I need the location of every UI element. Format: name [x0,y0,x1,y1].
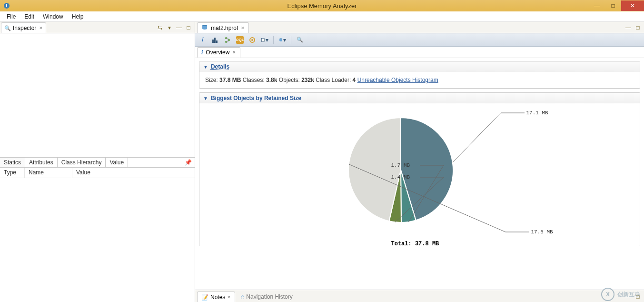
twistie-icon: ▼ [203,96,208,101]
biggest-section: ▼ Biggest Objects by Retained Size 17.1 … [199,92,640,246]
editor-tab-label: mat2.hprof [211,25,238,31]
menu-edit[interactable]: Edit [20,12,38,21]
notes-tab[interactable]: 📝 Notes ✕ [197,292,235,302]
col-type[interactable]: Type [0,168,25,178]
svg-point-10 [251,39,253,41]
tab-statics[interactable]: Statics [0,158,25,167]
pie-total-label: Total: 37.8 MB [391,241,439,247]
svg-rect-4 [214,38,216,43]
details-line: Size: 37.8 MB Classes: 3.8k Objects: 232… [205,77,438,83]
navigation-history-tab[interactable]: ⎌ Navigation History [237,292,296,302]
svg-rect-3 [212,40,214,43]
inspector-tab[interactable]: Inspector ✕ [1,22,46,33]
svg-rect-1 [6,4,7,7]
tree-icon[interactable] [224,36,231,44]
close-inspector-icon[interactable]: ✕ [38,26,43,30]
editor-tab-mat2[interactable]: mat2.hprof ✕ [197,22,249,33]
notes-label: Notes [210,294,225,301]
menu-help[interactable]: Help [68,12,88,21]
svg-point-7 [228,39,230,41]
details-section: ▼ Details Size: 37.8 MB Classes: 3.8k Ob… [199,61,640,89]
maximize-view-icon[interactable]: □ [185,24,192,31]
inspector-empty-area [0,33,195,157]
tab-attributes[interactable]: Attributes [25,158,58,167]
details-section-header[interactable]: ▼ Details [199,61,640,72]
tab-class-hierarchy[interactable]: Class Hierarchy [58,158,106,167]
menubar: File Edit Window Help [0,11,644,22]
oql-icon[interactable]: OQL [236,36,244,44]
inspector-table-header: Type Name Value [0,168,195,178]
pie-chart[interactable]: 17.1 MB1.7 MB1.4 MB17.5 MBTotal: 37.8 MB [199,103,640,246]
close-button[interactable]: ✕ [621,0,644,11]
col-name[interactable]: Name [25,168,72,178]
menu-file[interactable]: File [3,12,20,21]
thread-icon[interactable] [248,36,256,44]
mat-toolbar: i OQL ▾ ▾ [195,33,644,47]
unreachable-link[interactable]: Unreachable Objects Histogram [357,77,438,83]
run-report-icon[interactable]: ▾ [261,36,268,44]
magnifier-icon [4,25,11,31]
svg-rect-11 [261,38,264,41]
overview-tab[interactable]: i Overview ✕ [197,47,240,58]
svg-rect-5 [216,40,218,43]
maximize-editor-icon[interactable]: □ [634,24,641,31]
overview-info-icon: i [201,49,203,56]
link-icon[interactable]: ⇆ [157,24,163,31]
histogram-icon[interactable] [211,36,219,44]
window-title: Eclipse Memory Analyzer [287,2,357,10]
minimize-button[interactable]: — [589,0,605,11]
overview-tab-label: Overview [206,49,229,56]
minimize-view-icon[interactable]: — [176,24,182,31]
inspector-table-body [0,178,195,302]
pie-slice-label: 17.5 MB [531,229,553,235]
close-editor-icon[interactable]: ✕ [241,26,245,30]
pie-slice-label: 1.7 MB [391,162,410,168]
biggest-title: Biggest Objects by Retained Size [211,95,301,101]
heap-file-icon [201,24,208,32]
minimize-editor-icon[interactable]: — [625,24,632,31]
app-icon [3,2,10,10]
nav-history-icon: ⎌ [241,293,244,300]
notes-icon: 📝 [201,294,208,301]
watermark: X 创新互联 [601,288,640,301]
pie-slice-label: 17.1 MB [526,110,548,116]
view-menu-icon[interactable]: ▾ [166,24,173,31]
details-title: Details [211,63,229,70]
nav-history-label: Navigation History [246,293,292,300]
info-icon[interactable]: i [199,36,207,44]
menu-window[interactable]: Window [39,12,67,21]
maximize-button[interactable]: □ [605,0,621,11]
close-notes-icon[interactable]: ✕ [227,295,231,300]
biggest-section-header[interactable]: ▼ Biggest Objects by Retained Size [199,93,640,103]
pie-slice-label: 1.4 MB [391,174,410,180]
col-value[interactable]: Value [72,168,195,178]
close-overview-icon[interactable]: ✕ [232,50,236,55]
pin-icon[interactable]: 📌 [182,158,195,167]
search-icon[interactable] [296,36,304,44]
query-browser-icon[interactable]: ▾ [278,36,286,44]
inspector-tab-label: Inspector [13,25,36,31]
tab-value[interactable]: Value [106,158,128,167]
twistie-icon: ▼ [203,64,208,70]
